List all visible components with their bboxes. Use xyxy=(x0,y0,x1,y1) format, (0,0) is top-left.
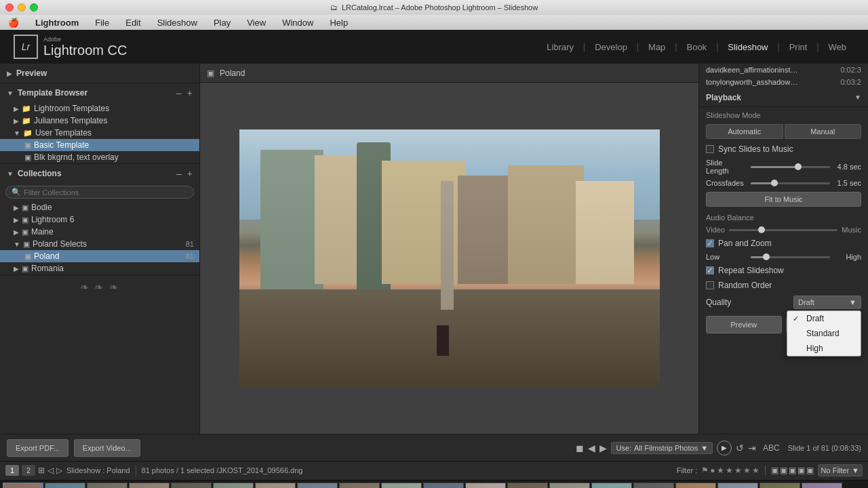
collections-collapse-btn[interactable]: – xyxy=(176,168,182,179)
view-icon-5[interactable]: ▣ xyxy=(806,466,814,475)
stop-btn[interactable]: ◼ xyxy=(576,443,584,453)
film-thumb-8[interactable] xyxy=(297,483,338,488)
play-circle-btn[interactable]: ▶ xyxy=(717,441,732,455)
template-item-user[interactable]: ▼ 📁 User Templates xyxy=(0,127,199,139)
star-4[interactable]: ★ xyxy=(743,466,751,475)
view-icon-4[interactable]: ▣ xyxy=(797,466,805,475)
page-2[interactable]: 2 xyxy=(22,465,35,476)
film-thumb-15[interactable] xyxy=(591,483,632,488)
crossfades-track[interactable] xyxy=(751,182,830,184)
film-thumb-17[interactable] xyxy=(675,483,716,488)
fit-to-music-btn[interactable]: Fit to Music xyxy=(706,192,861,207)
balance-track[interactable] xyxy=(729,229,837,231)
template-item-lightroom[interactable]: ▶ 📁 Lightroom Templates xyxy=(0,102,199,115)
template-collapse-btn[interactable]: – xyxy=(176,87,182,98)
mode-automatic-btn[interactable]: Automatic xyxy=(706,124,783,139)
collection-poland[interactable]: ▣ Poland 81 xyxy=(0,250,199,262)
film-thumb-4[interactable] xyxy=(129,483,170,488)
repeat-slideshow-checkbox[interactable]: ✓ xyxy=(706,266,714,274)
pan-zoom-checkbox[interactable]: ✓ xyxy=(706,239,714,247)
collections-header[interactable]: ▼ Collections – + xyxy=(0,164,199,183)
nav-slideshow[interactable]: Slideshow xyxy=(719,39,776,55)
nav-book[interactable]: Book xyxy=(678,39,715,55)
preview-header[interactable]: ▶ Preview xyxy=(0,64,199,83)
abc-btn[interactable]: ABC xyxy=(760,443,783,453)
nav-develop[interactable]: Develop xyxy=(587,39,635,55)
film-thumb-19[interactable] xyxy=(760,483,800,488)
next-btn[interactable]: ▶ xyxy=(599,443,607,453)
template-add-btn[interactable]: + xyxy=(187,87,193,98)
pan-zoom-track[interactable] xyxy=(751,256,830,258)
quality-option-draft[interactable]: ✓ Draft xyxy=(787,311,861,326)
no-filter-select[interactable]: No Filter ▼ xyxy=(818,464,863,476)
film-thumb-11[interactable] xyxy=(423,483,464,488)
menu-window[interactable]: Window xyxy=(279,18,316,28)
export-pdf-btn[interactable]: Export PDF... xyxy=(7,439,68,457)
star-3[interactable]: ★ xyxy=(734,466,742,475)
flag-icon[interactable]: ⚑ xyxy=(701,466,709,475)
collection-lr6[interactable]: ▶ ▣ Lightroom 6 xyxy=(0,214,199,226)
film-thumb-10[interactable] xyxy=(381,483,422,488)
prev-btn[interactable]: ◀ xyxy=(588,443,595,453)
template-item-basic[interactable]: ▣ Basic Template xyxy=(0,139,199,151)
collection-poland-selects[interactable]: ▼ ▣ Poland Selects 81 xyxy=(0,238,199,250)
filter-input[interactable] xyxy=(24,188,188,197)
view-icon-1[interactable]: ▣ xyxy=(771,466,778,475)
collection-maine[interactable]: ▶ ▣ Maine xyxy=(0,226,199,238)
export-video-btn[interactable]: Export Video... xyxy=(74,439,140,457)
film-thumb-13[interactable] xyxy=(507,483,548,488)
random-order-checkbox[interactable] xyxy=(706,281,714,289)
apple-menu[interactable]: 🍎 xyxy=(5,18,22,28)
film-thumb-6[interactable] xyxy=(213,483,254,488)
share-btn[interactable]: ⇥ xyxy=(748,443,756,453)
pan-zoom-thumb[interactable] xyxy=(763,253,770,260)
crossfades-thumb[interactable] xyxy=(771,180,778,186)
color-dot[interactable]: ● xyxy=(710,466,715,475)
menu-file[interactable]: File xyxy=(92,18,112,28)
loop-btn[interactable]: ↺ xyxy=(736,443,744,453)
film-thumb-2[interactable] xyxy=(45,483,85,488)
film-thumb-9[interactable] xyxy=(339,483,380,488)
preview-btn[interactable]: Preview xyxy=(706,316,782,333)
menu-play[interactable]: Play xyxy=(211,18,233,28)
collection-bodie[interactable]: ▶ ▣ Bodie xyxy=(0,201,199,214)
star-5[interactable]: ★ xyxy=(752,466,760,475)
quality-option-high[interactable]: High xyxy=(787,341,861,356)
quality-option-standard[interactable]: Standard xyxy=(787,326,861,341)
film-thumb-12[interactable] xyxy=(465,483,506,488)
slide-length-thumb[interactable] xyxy=(795,163,802,170)
filmstrip-grid-view[interactable]: ⊞ xyxy=(38,466,45,475)
menu-lightroom[interactable]: Lightroom xyxy=(33,18,81,28)
view-icon-2[interactable]: ▣ xyxy=(780,466,787,475)
minimize-button[interactable] xyxy=(18,3,26,12)
filmstrip-prev[interactable]: ◁ xyxy=(47,466,54,475)
page-1[interactable]: 1 xyxy=(5,465,19,476)
maximize-button[interactable] xyxy=(30,3,38,12)
mode-manual-btn[interactable]: Manual xyxy=(785,124,862,139)
menu-slideshow[interactable]: Slideshow xyxy=(155,18,200,28)
film-thumb-5[interactable] xyxy=(171,483,212,488)
menu-view[interactable]: View xyxy=(244,18,269,28)
template-item-julianne[interactable]: ▶ 📁 Juliannes Templates xyxy=(0,115,199,127)
filmstrip-next[interactable]: ▷ xyxy=(56,466,62,475)
use-dropdown[interactable]: Use: All Filmstrip Photos ▼ xyxy=(611,442,713,454)
film-thumb-1[interactable] xyxy=(3,483,43,488)
quality-select[interactable]: Draft ▼ xyxy=(793,296,861,309)
view-icon-3[interactable]: ▣ xyxy=(789,466,796,475)
nav-library[interactable]: Library xyxy=(538,39,582,55)
film-thumb-3[interactable] xyxy=(87,483,127,488)
nav-map[interactable]: Map xyxy=(640,39,673,55)
slide-length-track[interactable] xyxy=(751,166,830,168)
menu-help[interactable]: Help xyxy=(327,18,351,28)
collections-filter[interactable]: 🔍 xyxy=(5,186,194,199)
film-thumb-16[interactable] xyxy=(633,483,674,488)
film-thumb-7[interactable] xyxy=(255,483,296,488)
film-thumb-14[interactable] xyxy=(549,483,590,488)
film-thumb-20[interactable] xyxy=(802,483,842,488)
playback-header[interactable]: Playback ▼ xyxy=(699,88,868,107)
close-button[interactable] xyxy=(5,3,14,12)
star-1[interactable]: ★ xyxy=(717,466,724,475)
menu-edit[interactable]: Edit xyxy=(123,18,143,28)
sync-slides-checkbox[interactable] xyxy=(706,145,714,153)
collections-add-btn[interactable]: + xyxy=(187,168,193,179)
